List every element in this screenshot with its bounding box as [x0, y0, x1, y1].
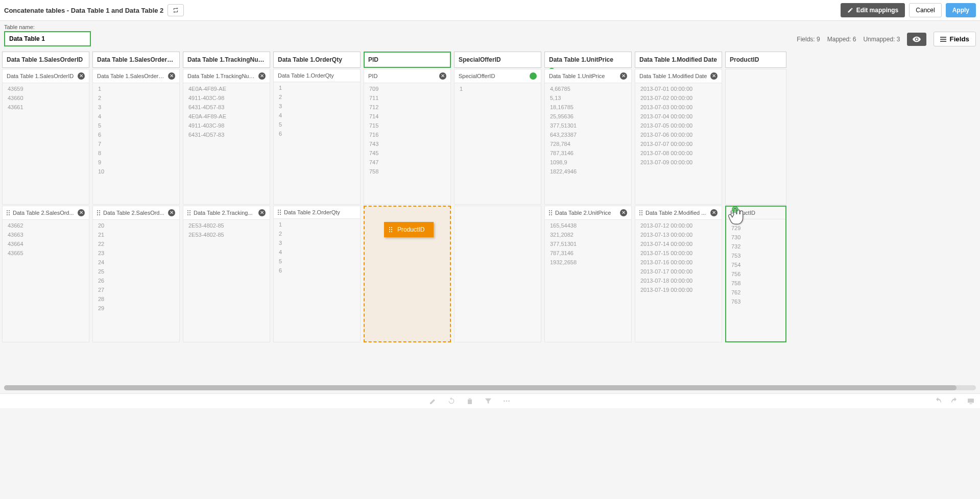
source-field-bar[interactable]: Data Table 1.OrderQty	[274, 69, 360, 82]
source-field-bar[interactable]: Data Table 1.TrackingNum...✕	[183, 69, 270, 83]
close-icon[interactable]: ✕	[258, 72, 266, 80]
data-cell: 4,66785	[545, 84, 631, 93]
data-cell: 4	[274, 247, 360, 257]
close-icon[interactable]: ✕	[620, 209, 627, 216]
data-cell: 2	[93, 93, 179, 103]
data-cell: 4911-403C-98	[183, 121, 270, 130]
source-field-bar[interactable]: Data Table 1.SalesOrderD...✕	[93, 69, 179, 83]
fields-button[interactable]: Fields	[934, 32, 976, 46]
column-header[interactable]: SpecialOfferID	[454, 52, 541, 68]
drag-grip-icon[interactable]	[97, 210, 100, 215]
preview-toggle-button[interactable]	[907, 33, 926, 46]
drop-zone[interactable]: ProductID	[364, 206, 451, 342]
data-cell: 3	[274, 238, 360, 247]
data-cell: 2013-07-04 00:00:00	[635, 112, 722, 121]
data-cell: 43659	[3, 84, 89, 93]
redo-icon[interactable]	[950, 397, 959, 405]
scrollbar-thumb[interactable]	[4, 385, 957, 390]
svg-point-6	[508, 401, 510, 402]
lower-data-block	[454, 206, 541, 342]
data-cell: 787,3146	[545, 248, 631, 258]
data-cell: 754	[726, 260, 785, 269]
close-icon[interactable]: ✕	[620, 72, 627, 80]
remove-mapping-icon[interactable]	[530, 72, 537, 80]
source-field-bar[interactable]: Data Table 2.UnitPrice✕	[545, 206, 631, 220]
drag-grip-icon[interactable]	[7, 210, 10, 215]
data-cell: 25	[93, 267, 179, 276]
data-cell: 20	[93, 221, 179, 230]
source-field-bar[interactable]: Data Table 2.OrderQty	[274, 206, 360, 219]
swap-tables-button[interactable]	[168, 4, 184, 16]
data-cell: 21	[93, 230, 179, 239]
drag-grip-icon[interactable]	[639, 210, 642, 215]
edit-mappings-button[interactable]: Edit mappings	[841, 3, 905, 17]
source-field-bar[interactable]: PID✕	[364, 69, 450, 83]
refresh-icon[interactable]	[447, 397, 456, 405]
data-cell: 716	[364, 130, 450, 139]
close-icon[interactable]: ✕	[78, 72, 85, 80]
source-field-label: Data Table 1.UnitPrice	[549, 73, 617, 79]
close-icon[interactable]: ✕	[258, 209, 266, 216]
trash-icon[interactable]	[466, 397, 474, 405]
source-field-bar[interactable]: Data Table 1.SalesOrderID✕	[3, 69, 89, 83]
column-header[interactable]: Data Table 1.SalesOrderDeta...	[92, 52, 180, 68]
column-header[interactable]: Data Table 1.OrderQty	[273, 52, 361, 68]
horizontal-scrollbar[interactable]	[4, 385, 976, 390]
column-header[interactable]: Data Table 1.TrackingNumber	[183, 52, 270, 68]
data-cell: 1098,9	[545, 158, 631, 167]
data-cell: 758	[364, 167, 450, 176]
lower-data-block[interactable]: ProductID729730732753754756758762763	[725, 206, 786, 342]
data-rows: 123456	[274, 219, 360, 276]
more-icon[interactable]	[503, 397, 511, 405]
drag-chip[interactable]: ProductID	[384, 222, 434, 237]
source-field-bar[interactable]: ProductID	[726, 207, 785, 219]
data-cell: 2013-07-17 00:00:00	[635, 267, 722, 276]
source-field-bar[interactable]: Data Table 2.Tracking...✕	[183, 206, 270, 220]
data-cell: 43660	[3, 93, 89, 103]
source-field-bar[interactable]: Data Table 1.Modified Date✕	[635, 69, 722, 83]
cancel-button[interactable]: Cancel	[909, 3, 941, 17]
filter-icon[interactable]	[484, 397, 492, 405]
data-cell: 5	[274, 120, 360, 129]
data-cell: 4	[274, 111, 360, 120]
data-rows: 12345678910	[93, 83, 179, 177]
data-cell: 6431-4D57-83	[183, 103, 270, 112]
bottom-right-tools	[934, 397, 975, 405]
table-name-input[interactable]	[4, 31, 91, 46]
close-icon[interactable]: ✕	[710, 72, 718, 80]
column-header[interactable]: PID	[364, 52, 451, 68]
drag-grip-icon[interactable]	[278, 210, 281, 215]
drag-grip-icon[interactable]	[549, 210, 552, 215]
source-field-bar[interactable]: Data Table 2.SalesOrd...✕	[93, 206, 179, 220]
edit-icon[interactable]	[429, 397, 437, 405]
close-icon[interactable]: ✕	[439, 72, 446, 80]
close-icon[interactable]: ✕	[168, 209, 175, 216]
column-header[interactable]: ProductID	[725, 52, 786, 68]
close-icon[interactable]: ✕	[168, 72, 175, 80]
data-cell: 4	[93, 112, 179, 121]
column-header[interactable]: Data Table 1.SalesOrderID	[2, 52, 89, 68]
drag-grip-icon[interactable]	[187, 210, 190, 215]
source-field-bar[interactable]: Data Table 1.UnitPrice✕	[545, 69, 631, 83]
data-cell: 6	[93, 130, 179, 139]
upper-data-block: Data Table 1.TrackingNum...✕4E0A-4F89-AE…	[183, 69, 270, 205]
apply-button[interactable]: Apply	[946, 3, 976, 17]
data-cell: 5,13	[545, 93, 631, 103]
data-cell: 743	[364, 139, 450, 148]
screen-icon[interactable]	[967, 397, 975, 405]
close-icon[interactable]: ✕	[78, 209, 85, 216]
data-cell: 2E53-4802-85	[183, 221, 270, 230]
source-field-bar[interactable]: Data Table 2.SalesOrd...✕	[3, 206, 89, 220]
source-field-label: Data Table 2.SalesOrd...	[103, 210, 165, 216]
source-field-label: Data Table 1.SalesOrderD...	[97, 73, 165, 79]
data-rows: 123456	[274, 82, 360, 139]
data-rows: 2E53-4802-852E53-4802-85	[183, 220, 270, 240]
bottom-center-tools	[429, 397, 511, 405]
column-header[interactable]: Data Table 1.Modified Date	[635, 52, 722, 68]
column-header[interactable]: Data Table 1.UnitPrice	[544, 52, 632, 68]
source-field-bar[interactable]: SpecialOfferID	[455, 69, 541, 83]
undo-icon[interactable]	[934, 397, 942, 405]
data-cell: 22	[93, 239, 179, 248]
close-icon[interactable]: ✕	[710, 209, 718, 216]
source-field-bar[interactable]: Data Table 2.Modified ...✕	[635, 206, 722, 220]
